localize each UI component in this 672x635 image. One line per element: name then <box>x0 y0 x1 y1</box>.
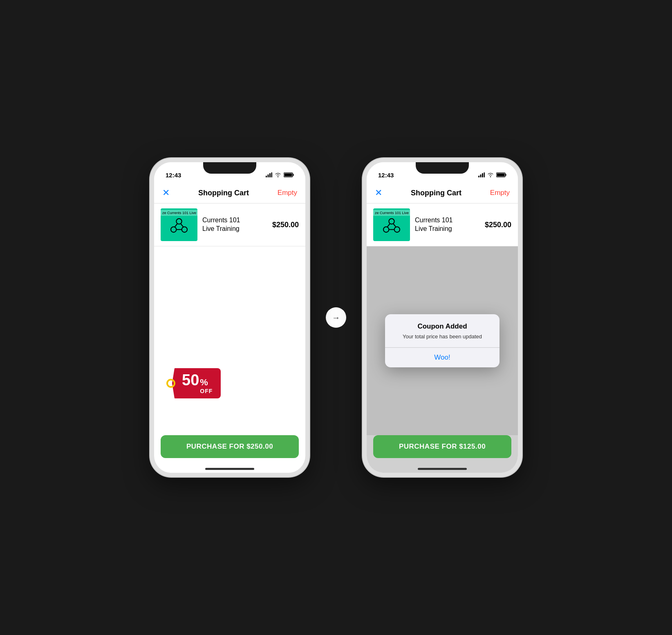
svg-rect-7 <box>284 174 292 177</box>
item-image-label-left: ze Currents 101 Live Traini <box>161 210 197 216</box>
wifi-icon-right <box>487 172 494 177</box>
alert-title: Coupon Added <box>393 322 491 331</box>
svg-line-26 <box>393 224 396 227</box>
empty-button-left[interactable]: Empty <box>278 189 297 197</box>
main-area-left: 50 % OFF <box>154 246 305 435</box>
alert-message: Your total price has been updated <box>393 333 491 340</box>
item-price-left: $250.00 <box>272 221 299 229</box>
main-area-right: Coupon Added Your total price has been u… <box>367 246 518 435</box>
svg-line-12 <box>181 224 184 227</box>
status-icons-left <box>266 172 294 177</box>
close-button-left[interactable]: ✕ <box>162 188 170 198</box>
home-bar-right <box>418 468 467 470</box>
svg-line-25 <box>387 224 390 227</box>
svg-point-8 <box>176 219 181 224</box>
svg-point-23 <box>383 227 389 232</box>
item-info-left: Currents 101 Live Training <box>197 216 272 233</box>
tag-off-label: OFF <box>200 388 213 394</box>
phone-content-left: ✕ Shopping Cart Empty ze Currents 101 Li… <box>154 183 305 473</box>
alert-dialog: Coupon Added Your total price has been u… <box>385 314 500 367</box>
tag-text-group: 50 % OFF <box>182 372 213 394</box>
item-image-label-right: ze Currents 101 Live Traini <box>373 210 410 216</box>
notch-right <box>416 162 469 174</box>
signal-icon-right <box>478 172 485 177</box>
tag-ring <box>166 379 175 388</box>
cart-header-left: ✕ Shopping Cart Empty <box>154 183 305 203</box>
scene: 12:43 <box>150 158 522 477</box>
svg-rect-6 <box>293 174 294 176</box>
item-image-right: ze Currents 101 Live Traini <box>373 208 410 241</box>
status-icons-right <box>478 172 506 177</box>
svg-point-10 <box>182 227 187 232</box>
cart-item-right: ze Currents 101 Live Traini Currents 101… <box>367 203 518 246</box>
svg-line-11 <box>175 224 177 227</box>
svg-rect-2 <box>269 173 271 177</box>
close-button-right[interactable]: ✕ <box>375 188 382 198</box>
time-right: 12:43 <box>378 172 394 179</box>
svg-point-4 <box>278 176 278 177</box>
purchase-button-left[interactable]: PURCHASE FOR $250.00 <box>161 435 299 458</box>
svg-rect-21 <box>497 174 505 177</box>
svg-rect-3 <box>271 172 273 177</box>
item-info-right: Currents 101 Live Training <box>410 216 485 233</box>
transition-arrow: → <box>326 307 346 328</box>
svg-rect-0 <box>266 176 267 177</box>
svg-rect-1 <box>268 174 269 177</box>
cart-header-right: ✕ Shopping Cart Empty <box>367 183 518 203</box>
svg-rect-20 <box>506 174 506 176</box>
svg-rect-16 <box>482 173 483 177</box>
wifi-icon-left <box>275 172 281 177</box>
svg-rect-17 <box>484 172 485 177</box>
svg-point-18 <box>490 176 491 177</box>
alert-action-button[interactable]: Woo! <box>385 348 500 367</box>
item-name-left: Currents 101 Live Training <box>202 216 267 233</box>
coupon-tag: 50 % OFF <box>166 368 221 398</box>
time-left: 12:43 <box>166 172 181 179</box>
item-image-left: ze Currents 101 Live Traini <box>161 208 197 241</box>
svg-rect-14 <box>478 176 479 177</box>
svg-point-24 <box>394 227 400 232</box>
phone-content-right: ✕ Shopping Cart Empty ze Currents 101 Li… <box>367 183 518 473</box>
item-price-right: $250.00 <box>485 221 511 229</box>
circuit-icon-right <box>381 215 402 235</box>
signal-icon-left <box>266 172 272 177</box>
phone-left: 12:43 <box>150 158 309 477</box>
cart-title-left: Shopping Cart <box>198 189 249 197</box>
cart-title-right: Shopping Cart <box>411 189 461 197</box>
purchase-button-right[interactable]: PURCHASE FOR $125.00 <box>373 435 511 458</box>
cart-item-left: ze Currents 101 Live Traini Currents 101… <box>154 203 305 246</box>
svg-point-9 <box>171 227 176 232</box>
svg-rect-15 <box>480 174 482 177</box>
phone-right: 12:43 <box>363 158 522 477</box>
home-bar-left <box>205 468 254 470</box>
tag-body: 50 % OFF <box>172 368 221 398</box>
home-indicator-right <box>367 465 518 473</box>
overlay: Coupon Added Your total price has been u… <box>367 246 518 435</box>
battery-icon-right <box>496 172 506 177</box>
battery-icon-left <box>284 172 294 177</box>
item-name-right: Currents 101 Live Training <box>415 216 480 233</box>
empty-button-right[interactable]: Empty <box>490 189 510 197</box>
arrow-icon: → <box>332 313 340 322</box>
home-indicator-left <box>154 465 305 473</box>
tag-percent: 50 <box>182 372 199 388</box>
alert-body: Coupon Added Your total price has been u… <box>385 314 500 347</box>
notch-left <box>203 162 256 174</box>
svg-point-22 <box>389 219 394 224</box>
tag-off-group: % OFF <box>200 377 213 394</box>
circuit-icon-left <box>169 215 189 235</box>
